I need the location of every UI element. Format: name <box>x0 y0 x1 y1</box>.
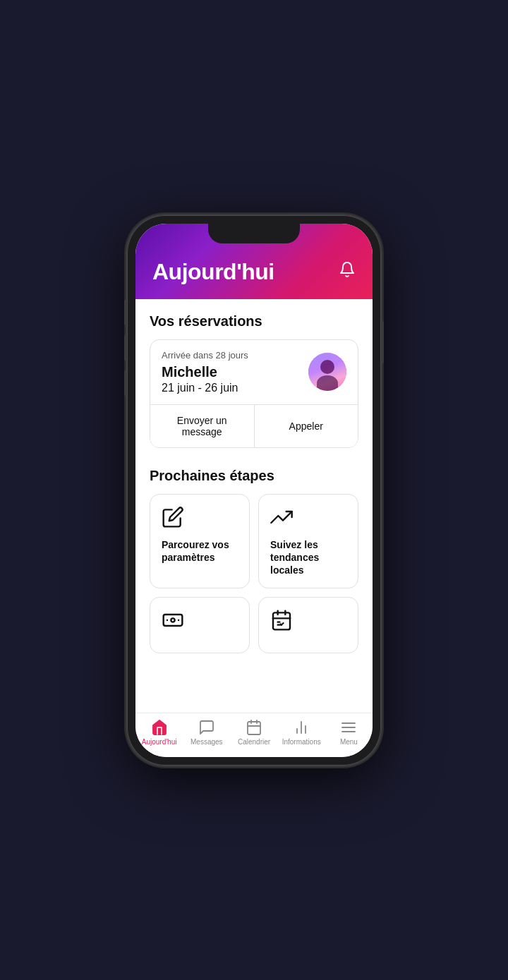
steps-grid: Parcourez vos paramètres Suivez les tend… <box>150 494 358 654</box>
reservation-actions: Envoyer un message Appeler <box>150 404 358 447</box>
svg-rect-2 <box>273 612 290 629</box>
nav-item-menu[interactable]: Menu <box>325 719 373 746</box>
nav-label-today: Aujourd'hui <box>142 738 177 746</box>
step-trends-label: Suivez les tendances locales <box>270 538 346 577</box>
phone-frame: Aujourd'hui Vos réservations Arrivée dan… <box>127 215 381 766</box>
step-card-calendar-note[interactable] <box>258 597 358 653</box>
nav-item-messages[interactable]: Messages <box>183 719 230 746</box>
content-area: Vos réservations Arrivée dans 28 jours M… <box>135 299 373 713</box>
calendar-note-icon <box>270 609 293 631</box>
bar-chart-icon <box>293 719 310 736</box>
phone-screen: Aujourd'hui Vos réservations Arrivée dan… <box>135 224 373 757</box>
calendar-icon <box>246 719 262 736</box>
notch <box>208 224 300 243</box>
reservation-info: Arrivée dans 28 jours Michelle 21 juin -… <box>150 340 358 404</box>
nav-item-today[interactable]: Aujourd'hui <box>135 719 183 746</box>
reservation-dates: 21 juin - 26 juin <box>162 382 308 394</box>
reservations-section-title: Vos réservations <box>150 313 358 329</box>
nav-item-info[interactable]: Informations <box>278 719 325 746</box>
trending-up-icon <box>270 506 293 528</box>
send-message-button[interactable]: Envoyer un message <box>150 405 255 447</box>
reservation-text: Arrivée dans 28 jours Michelle 21 juin -… <box>162 350 308 394</box>
avatar-body <box>317 375 338 391</box>
avatar-image <box>308 353 346 391</box>
step-card-settings[interactable]: Parcourez vos paramètres <box>150 494 250 589</box>
avatar <box>308 353 346 391</box>
step-card-revenue[interactable] <box>150 597 250 653</box>
svg-rect-0 <box>164 615 183 626</box>
menu-icon <box>340 719 357 736</box>
svg-rect-6 <box>248 722 260 734</box>
nav-item-calendar[interactable]: Calendrier <box>230 719 277 746</box>
nav-label-calendar: Calendrier <box>238 738 270 746</box>
svg-point-1 <box>171 618 174 622</box>
pencil-icon <box>162 506 184 528</box>
message-icon <box>198 719 215 736</box>
money-icon <box>162 609 184 631</box>
home-icon <box>151 719 168 736</box>
step-card-trends[interactable]: Suivez les tendances locales <box>258 494 358 589</box>
bottom-nav: Aujourd'hui Messages Calendrier <box>135 713 373 757</box>
nav-label-menu: Menu <box>340 738 358 746</box>
call-button[interactable]: Appeler <box>255 405 358 447</box>
step-settings-label: Parcourez vos paramètres <box>162 538 238 564</box>
nav-label-messages: Messages <box>190 738 223 746</box>
nav-label-info: Informations <box>282 738 321 746</box>
bell-icon[interactable] <box>339 261 356 282</box>
avatar-head <box>320 360 334 374</box>
next-steps-section-title: Prochaines étapes <box>150 468 358 484</box>
arrival-label: Arrivée dans 28 jours <box>162 350 308 361</box>
reservation-card: Arrivée dans 28 jours Michelle 21 juin -… <box>150 339 358 448</box>
guest-name: Michelle <box>162 363 308 380</box>
page-title: Aujourd'hui <box>152 259 274 285</box>
